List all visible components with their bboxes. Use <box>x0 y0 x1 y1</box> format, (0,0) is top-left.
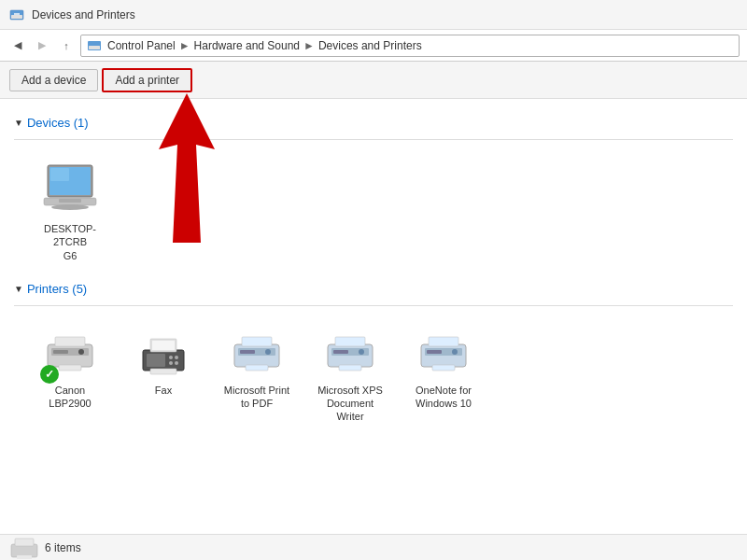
svg-point-21 <box>169 356 173 359</box>
svg-point-22 <box>175 356 178 359</box>
printers-section-header: ▼ Printers (5) <box>14 282 733 296</box>
svg-rect-4 <box>89 46 100 49</box>
devices-section-header: ▼ Devices (1) <box>14 116 733 130</box>
svg-rect-20 <box>147 354 165 367</box>
xps-printer-icon <box>320 324 380 384</box>
add-printer-button[interactable]: Add a printer <box>102 68 192 92</box>
svg-rect-29 <box>246 365 268 371</box>
printer-item-canon[interactable]: ✓ Canon LBP2900 <box>28 318 112 429</box>
canon-icon-wrapper: ✓ <box>40 324 100 384</box>
path-icon <box>87 38 102 53</box>
svg-rect-47 <box>17 555 32 559</box>
laptop-icon <box>40 158 100 217</box>
printer-item-fax[interactable]: Fax <box>121 318 205 429</box>
up-button[interactable]: ↑ <box>56 35 77 56</box>
printers-grid: ✓ Canon LBP2900 <box>14 314 733 434</box>
svg-rect-25 <box>150 369 176 374</box>
devices-chevron: ▼ <box>14 118 23 128</box>
address-bar: ◀ ▶ ↑ Control Panel ► Hardware and Sound… <box>0 30 747 62</box>
status-count: 6 items <box>45 541 81 554</box>
pdf-printer-icon <box>227 324 287 384</box>
svg-rect-40 <box>429 337 458 346</box>
canon-label: Canon LBP2900 <box>34 384 106 411</box>
onenote-icon-wrapper <box>414 324 473 384</box>
fax-icon-wrapper <box>134 324 193 384</box>
printer-item-xps[interactable]: Microsoft XPSDocument Writer <box>308 318 392 429</box>
svg-rect-16 <box>53 350 68 354</box>
printer-item-onenote[interactable]: OneNote forWindows 10 <box>402 318 486 429</box>
status-printer-icon <box>9 535 39 561</box>
svg-rect-46 <box>15 539 34 546</box>
svg-rect-14 <box>59 365 81 371</box>
fax-icon <box>134 324 193 384</box>
svg-rect-35 <box>339 365 361 371</box>
toolbar: Add a device Add a printer <box>0 62 747 99</box>
svg-rect-37 <box>333 350 348 354</box>
svg-rect-7 <box>50 168 69 181</box>
window-title: Devices and Printers <box>32 8 135 21</box>
svg-rect-31 <box>240 350 255 354</box>
svg-point-24 <box>175 361 178 365</box>
svg-rect-43 <box>427 350 442 354</box>
window-icon <box>9 7 24 22</box>
pdf-label: Microsoft Printto PDF <box>224 384 289 411</box>
path-control-panel: Control Panel <box>107 39 176 52</box>
svg-rect-2 <box>14 13 20 15</box>
svg-rect-9 <box>59 199 81 203</box>
device-label-laptop: DESKTOP-2TCRBG6 <box>34 222 106 262</box>
onenote-label: OneNote forWindows 10 <box>416 384 472 411</box>
xps-label: Microsoft XPSDocument Writer <box>314 384 387 424</box>
back-button[interactable]: ◀ <box>7 35 28 56</box>
printers-section-title: Printers (5) <box>27 282 87 296</box>
svg-rect-34 <box>335 337 365 346</box>
title-bar: Devices and Printers <box>0 0 747 30</box>
svg-rect-28 <box>242 337 272 346</box>
svg-rect-41 <box>432 365 455 371</box>
fax-label: Fax <box>155 384 172 397</box>
svg-rect-13 <box>55 337 85 346</box>
svg-rect-1 <box>11 15 22 19</box>
onenote-printer-icon <box>414 324 473 384</box>
printers-separator <box>14 305 733 306</box>
path-hardware-sound: Hardware and Sound <box>194 39 300 52</box>
xps-icon-wrapper <box>320 324 380 384</box>
pdf-icon-wrapper <box>227 324 287 384</box>
devices-section-title: Devices (1) <box>27 116 89 130</box>
device-item-laptop[interactable]: DESKTOP-2TCRBG6 <box>28 152 112 268</box>
main-content: ▼ Devices (1) DESKTOP-2TCRBG <box>0 99 747 534</box>
status-bar: 6 items <box>0 534 747 560</box>
svg-point-15 <box>78 349 84 355</box>
svg-point-42 <box>452 349 458 355</box>
svg-point-30 <box>265 349 271 355</box>
forward-button[interactable]: ▶ <box>32 35 52 56</box>
address-path: Control Panel ► Hardware and Sound ► Dev… <box>80 35 740 57</box>
default-printer-badge: ✓ <box>40 365 59 384</box>
add-device-button[interactable]: Add a device <box>9 69 98 91</box>
svg-point-36 <box>359 349 364 355</box>
printer-item-pdf[interactable]: Microsoft Printto PDF <box>215 318 299 429</box>
svg-point-10 <box>51 204 89 210</box>
printers-chevron: ▼ <box>14 284 23 294</box>
svg-point-23 <box>169 361 173 365</box>
path-devices-printers: Devices and Printers <box>318 39 422 52</box>
svg-rect-19 <box>152 341 175 350</box>
devices-grid: DESKTOP-2TCRBG6 <box>14 147 733 273</box>
devices-separator <box>14 139 733 140</box>
